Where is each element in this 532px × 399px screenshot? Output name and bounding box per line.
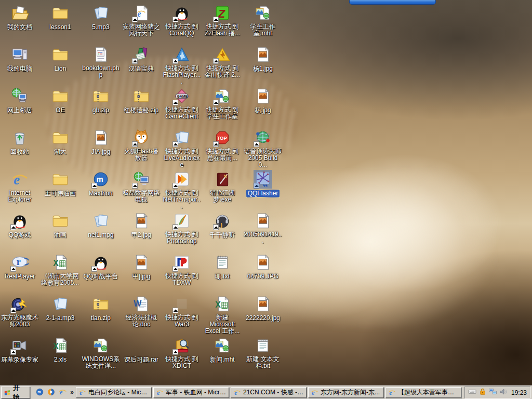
desktop-icon[interactable]: QQ游戏 (0, 212, 39, 239)
internet-explorer-quicklaunch-icon[interactable]: e (58, 388, 67, 398)
desktop-icon[interactable]: 珊.txt (203, 254, 242, 281)
desktop-icon[interactable]: mMaxthon (81, 170, 121, 197)
desktop-icon[interactable]: 网上邻居 (0, 87, 39, 114)
desktop-icon[interactable]: 我的文档 (0, 4, 39, 31)
taskbar-window-button[interactable]: e军事 - 铁血网 - Micro... (153, 387, 229, 398)
desktop-icon[interactable]: TOP快捷方式 到 总在最前... (203, 129, 242, 162)
desktop-icon[interactable]: 课后习题.rar (122, 337, 161, 364)
desktop-icon-label: 04709.JPG (247, 273, 279, 280)
desktop-icon-label: 快捷方式 到 ZzFlash 播... (203, 23, 242, 37)
desktop-icon[interactable]: tian.zip (81, 295, 121, 322)
desktop-icon-label: Internet Explorer (0, 190, 39, 203)
desktop-icon[interactable]: rRealPlayer (0, 254, 39, 281)
desktop-icon[interactable]: W经济法律概论.doc (122, 295, 161, 328)
svg-text:TOP: TOP (217, 135, 227, 141)
desktop-icon[interactable]: 2005091419... (243, 212, 283, 245)
mht-icon (254, 4, 272, 22)
desktop-icon[interactable]: 快捷方式 到 LiveAudio.exe (162, 129, 202, 169)
desktop-icon-label: 快捷方式 到 NetTranspor... (162, 190, 202, 210)
desktop-icon[interactable]: 快捷方式 到 Photoshop (162, 212, 202, 245)
taskbar-window-button[interactable]: e21CN.COM - 快感 - Mi... (231, 387, 307, 398)
network-tray-icon[interactable] (489, 388, 497, 397)
desktop-icon[interactable]: 快捷方式 到 TDXW (162, 254, 202, 287)
desktop-icon[interactable]: 杨.jpg (243, 87, 283, 114)
excel-icon: X (51, 337, 69, 354)
desktop-icon[interactable]: OE (41, 87, 80, 114)
desktop-icon[interactable]: 极品数字网络电视 (122, 170, 161, 204)
desktop-icon[interactable]: 红楼遗秘.zip (122, 87, 161, 114)
desktop-icon[interactable]: Z快捷方式 到 ZzFlash 播... (203, 4, 242, 37)
desktop-icon[interactable]: 汉语宝典 (122, 46, 161, 73)
zgreen-icon: Z (214, 4, 231, 22)
desktop-icon[interactable]: 甲2.jpg (122, 212, 161, 239)
desktop-icon[interactable]: 快捷方式 到 金山快译 2... (203, 46, 242, 79)
autohide-window-peek[interactable] (349, 0, 436, 5)
svg-text:m: m (97, 175, 103, 183)
messenger-tray-icon[interactable] (478, 388, 487, 397)
desktop-icon[interactable]: 2222220.jpg (243, 295, 283, 322)
shortcut-arrow-icon (10, 308, 16, 313)
input-method-keyboard-icon[interactable] (468, 388, 476, 397)
desktop-icon[interactable]: 东方光驱魔术师2003 (0, 295, 39, 328)
desktop-icon[interactable]: 油画 (41, 212, 80, 239)
desktop-icon[interactable]: Lion (41, 46, 80, 73)
desktop-icon[interactable]: QQ对战平台 (81, 254, 121, 281)
desktop-icon[interactable]: X2.xls (41, 337, 80, 364)
internet-explorer-icon: e (311, 389, 318, 396)
desktop-icon[interactable]: 甲].jpg (122, 254, 161, 281)
desktop-icon[interactable]: 快捷方式 到 学生工作室 (203, 87, 242, 121)
desktop-icon[interactable]: GAME快捷方式 到 GameClient (162, 87, 202, 121)
maxthon-quicklaunch-icon[interactable]: m (35, 388, 44, 398)
desktop-icon-label: 新建 文本文档.txt (243, 356, 283, 369)
start-button[interactable]: 开始 (1, 387, 30, 398)
desktop-icon[interactable]: 04709.JPG (243, 254, 283, 281)
desktop-icon[interactable]: 王可伟油画 (41, 170, 80, 197)
desktop-icon[interactable]: 快捷方式 到 FlashPlayer.... (162, 46, 202, 86)
desktop-icon[interactable]: nei1.mpg (81, 212, 121, 239)
desktop-icon[interactable]: 回收站 (0, 129, 39, 156)
desktop-icon[interactable]: 5.mp3 (81, 4, 121, 31)
screencam-icon (11, 337, 29, 354)
svg-text:X: X (53, 342, 59, 351)
desktop-icon[interactable]: 屏幕录像专家 (0, 337, 39, 364)
media-player-quicklaunch-icon[interactable] (47, 388, 56, 398)
desktop-icon[interactable]: 湖大 (41, 129, 80, 156)
desktop-icon[interactable]: X新建 Microsoft Excel 工作... (203, 295, 242, 335)
quicklaunch-overflow-chevron[interactable]: » (69, 389, 76, 397)
desktop-icon[interactable]: e安装网络猪之风行天下 (122, 4, 161, 37)
desktop-icon[interactable]: 火狐Flash播放器 (122, 129, 161, 162)
taskbar-window-title: 电白同乡论坛 - Micro... (88, 388, 149, 397)
desktop-icon[interactable]: 快捷方式 到 NetTranspor... (162, 170, 202, 210)
desktop-icon[interactable]: WINDOWS系统文件详... (81, 337, 121, 370)
desktop-icon-label: 新闻.mht (209, 356, 235, 363)
desktop-icon[interactable]: gb.zip (81, 87, 121, 114)
desktop-icon[interactable]: 我的电脑 (0, 46, 39, 73)
desktop-icon[interactable]: 快捷方式 到 CoralQQ (162, 4, 202, 37)
desktop-icon[interactable]: 快捷方式 到 XDICT (162, 337, 202, 370)
taskbar-window-button[interactable]: e东方网-东方新闻-东... (308, 387, 384, 398)
desktop-icon[interactable]: 语音朗读大师 2005 Build 0... (243, 129, 283, 169)
desktop-icon[interactable]: 新建 文本文档.txt (243, 337, 283, 370)
desktop-icon[interactable]: eInternet Explorer (0, 170, 39, 204)
desktop-icon-label: 杨.jpg (254, 107, 271, 114)
desktop-icon-label: QQ对战平台 (83, 273, 119, 280)
desktop-icon-label: 快捷方式 到 XDICT (162, 356, 202, 369)
desktop-icon[interactable]: QQFlasher (243, 170, 283, 197)
desktop-icon-label: 2.xls (54, 356, 68, 363)
desktop-icon[interactable]: JIA.jpg (81, 129, 121, 156)
shortcut-arrow-icon (132, 183, 138, 189)
desktop-icon[interactable]: 猎艳江湖梦.exe (203, 170, 242, 204)
taskbar-window-button[interactable]: e【超级大本营军事论... (385, 387, 461, 398)
desktop-icon[interactable]: bookdown.php (81, 46, 121, 79)
desktop-icon[interactable]: 杨1.jpg (243, 46, 283, 73)
desktop-icon[interactable]: lesson1 (41, 4, 80, 31)
desktop-icon[interactable]: 学生工作室.mht (243, 4, 283, 37)
volume-tray-icon[interactable] (499, 388, 508, 397)
mediafile-icon (92, 4, 110, 22)
desktop-icon[interactable]: 新闻.mht (203, 337, 242, 364)
desktop-icon[interactable]: X《湖南大学网络教育2005... (41, 254, 80, 287)
desktop-icon[interactable]: 快捷方式 到 War3 (162, 295, 202, 328)
desktop-icon[interactable]: 2-1-a.mp3 (41, 295, 80, 322)
desktop-icon[interactable]: 千千静听 (203, 212, 242, 239)
taskbar-window-button[interactable]: e电白同乡论坛 - Micro... (76, 387, 152, 398)
